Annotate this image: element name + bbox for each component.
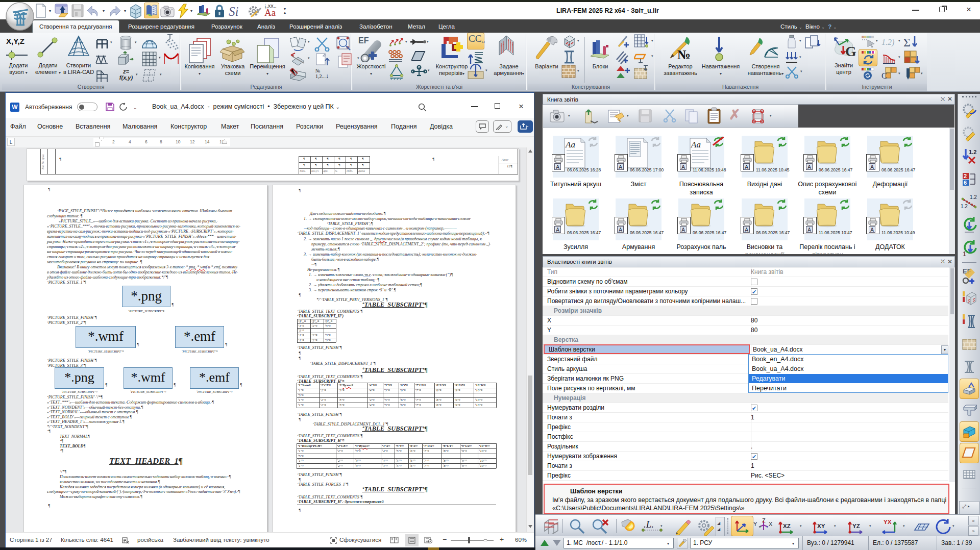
svg-text:Y: Y [753, 521, 757, 527]
svg-text:6: 6 [964, 180, 967, 186]
svg-text:EF: EF [358, 36, 369, 45]
svg-text:C: C [881, 71, 887, 80]
svg-text:Σ: Σ [903, 36, 911, 49]
svg-text:1.2: 1.2 [961, 204, 968, 209]
svg-text:XY: XY [817, 523, 825, 529]
svg-text:Aa: Aa [565, 140, 575, 149]
svg-text:YZ: YZ [852, 523, 860, 529]
svg-text:1.2: 1.2 [970, 194, 977, 200]
svg-text:XZ: XZ [783, 523, 791, 529]
svg-text:2: 2 [964, 173, 967, 179]
svg-text:1: 1 [963, 250, 966, 257]
svg-text:G: G [845, 43, 856, 59]
svg-text:1.2: 1.2 [969, 149, 976, 155]
svg-text:№: № [677, 47, 691, 61]
svg-text:X,Y,Z: X,Y,Z [6, 37, 24, 45]
svg-text:Aa: Aa [691, 140, 701, 149]
svg-text:X: X [769, 521, 773, 527]
svg-text:YX: YX [884, 519, 892, 525]
